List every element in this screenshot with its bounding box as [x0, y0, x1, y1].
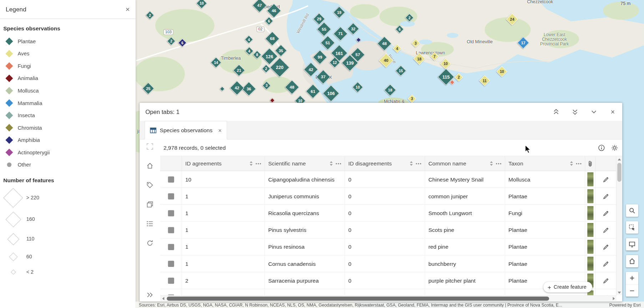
sort-icon[interactable] — [249, 161, 253, 166]
cluster-marker[interactable]: 18 — [413, 53, 425, 65]
table-row[interactable]: 1Juniperus communis0common juniperPlanta… — [160, 188, 617, 205]
table-vertical-scrollbar[interactable] — [616, 156, 622, 295]
cluster-marker[interactable]: 51 — [320, 35, 335, 50]
attachment-thumbnail[interactable] — [587, 189, 593, 203]
cluster-marker[interactable]: 2 — [262, 64, 270, 73]
table-row[interactable]: 1Pinus sylvestris0Scots pinePlantae — [160, 222, 617, 238]
select-button[interactable] — [626, 221, 638, 234]
screen-button[interactable] — [626, 238, 638, 251]
info-icon[interactable] — [598, 144, 605, 151]
column-header[interactable]: Taxon — [505, 156, 585, 170]
cluster-marker[interactable]: 2 — [167, 37, 176, 45]
cluster-marker[interactable]: 6 — [395, 25, 404, 34]
cluster-marker[interactable]: 4 — [244, 35, 253, 44]
tab-species-observations[interactable]: Species observations × — [144, 121, 227, 139]
column-header[interactable]: ID disagreements — [345, 156, 425, 170]
cluster-marker[interactable]: 17 — [517, 37, 529, 49]
cluster-marker[interactable]: 4 — [393, 44, 401, 53]
row-checkbox[interactable] — [168, 244, 174, 250]
cluster-marker[interactable]: 47 — [252, 0, 267, 13]
table-row[interactable]: 10Cipangopaludina chinensis0Chinese Myst… — [160, 171, 617, 188]
table-row[interactable]: 1Cornus canadensis0bunchberryPlantae — [160, 255, 617, 272]
cluster-marker[interactable]: 15 — [395, 65, 406, 76]
edit-row-button[interactable] — [603, 260, 609, 267]
scroll-right-button[interactable] — [611, 296, 617, 302]
scroll-down-button[interactable] — [617, 289, 622, 295]
cluster-marker[interactable]: 7 — [430, 52, 439, 60]
attachment-thumbnail[interactable] — [587, 206, 593, 220]
cluster-marker[interactable]: 6 — [265, 16, 273, 25]
cluster-marker[interactable]: 3 — [262, 81, 271, 90]
cluster-marker[interactable]: 46 — [267, 4, 281, 18]
cluster-marker[interactable]: 32 — [347, 23, 359, 35]
cluster-marker[interactable]: 10 — [496, 66, 507, 77]
sort-icon[interactable] — [329, 161, 333, 166]
cluster-marker[interactable]: 42 — [304, 62, 318, 77]
cluster-marker[interactable]: 106 — [323, 85, 339, 102]
row-checkbox[interactable] — [168, 193, 174, 199]
attachment-thumbnail[interactable] — [587, 223, 593, 237]
cluster-marker[interactable]: 48 — [377, 36, 392, 51]
cluster-marker[interactable]: 19 — [333, 6, 345, 18]
home-icon[interactable] — [147, 163, 153, 169]
cluster-marker[interactable]: 21 — [233, 64, 245, 76]
create-feature-button[interactable]: + Create feature — [543, 282, 592, 293]
table-horizontal-scrollbar[interactable] — [160, 295, 617, 302]
tag-icon[interactable] — [147, 182, 153, 188]
cluster-marker[interactable]: 25 — [142, 82, 154, 94]
edit-row-button[interactable] — [603, 193, 609, 199]
cluster-marker[interactable]: 4 — [245, 47, 254, 55]
cluster-marker[interactable]: 24 — [506, 13, 518, 25]
row-checkbox[interactable] — [168, 176, 174, 182]
table-row[interactable]: 1Ricasolia quercizans0Smooth LungwortFun… — [160, 205, 617, 222]
expand-icon[interactable] — [147, 143, 153, 150]
zoom-in-button[interactable] — [626, 272, 638, 284]
cluster-marker[interactable]: 3 — [407, 94, 416, 103]
cluster-marker[interactable]: 36 — [242, 81, 256, 96]
column-menu-icon[interactable] — [576, 163, 582, 164]
cluster-marker[interactable]: 40 — [379, 53, 394, 68]
tab-close-icon[interactable]: × — [218, 127, 222, 133]
edit-row-button[interactable] — [603, 227, 609, 233]
field-list-icon[interactable] — [147, 220, 153, 227]
cluster-marker[interactable]: 42 — [230, 81, 244, 95]
cluster-marker[interactable]: 2 — [455, 73, 463, 81]
edit-row-button[interactable] — [603, 210, 609, 216]
attachment-thumbnail[interactable] — [587, 240, 593, 254]
horizontal-scroll-thumb[interactable] — [167, 297, 549, 301]
cluster-marker[interactable]: 68 — [265, 31, 280, 46]
row-checkbox[interactable] — [168, 227, 174, 233]
edit-row-button[interactable] — [603, 244, 609, 250]
search-button[interactable] — [626, 204, 638, 217]
expand-down-icon[interactable] — [571, 108, 579, 116]
refresh-icon[interactable] — [147, 240, 153, 246]
cluster-marker[interactable]: 6 — [178, 39, 187, 47]
scroll-left-button[interactable] — [160, 296, 166, 302]
cluster-marker[interactable]: 10 — [440, 58, 451, 69]
cluster-marker[interactable]: 11 — [479, 75, 490, 86]
observation-marker[interactable] — [356, 37, 361, 43]
column-menu-icon[interactable] — [335, 163, 341, 164]
cluster-marker[interactable]: 18 — [384, 84, 396, 96]
sort-icon[interactable] — [410, 161, 413, 166]
column-header[interactable]: ID agreements — [182, 156, 265, 170]
cluster-marker[interactable]: 8 — [253, 50, 261, 59]
row-checkbox[interactable] — [168, 277, 174, 283]
cluster-marker[interactable]: 99 — [313, 50, 327, 65]
cluster-marker[interactable]: 48 — [285, 80, 299, 95]
edit-row-button[interactable] — [603, 277, 609, 283]
observation-marker[interactable] — [219, 86, 225, 91]
cluster-marker[interactable]: 10 — [352, 82, 363, 93]
cluster-marker[interactable]: 37 — [316, 70, 331, 84]
row-checkbox[interactable] — [168, 294, 174, 295]
row-checkbox[interactable] — [168, 210, 174, 216]
observation-marker[interactable] — [270, 98, 275, 103]
attachment-thumbnail[interactable] — [587, 172, 593, 186]
column-header[interactable]: Common name — [425, 156, 505, 170]
vertical-scroll-thumb[interactable] — [617, 163, 622, 182]
edit-row-button[interactable] — [603, 176, 609, 182]
expand-toolbar-icon[interactable] — [147, 292, 153, 298]
column-menu-icon[interactable] — [255, 163, 261, 164]
duplicate-icon[interactable] — [147, 201, 153, 208]
sort-icon[interactable] — [570, 161, 573, 166]
